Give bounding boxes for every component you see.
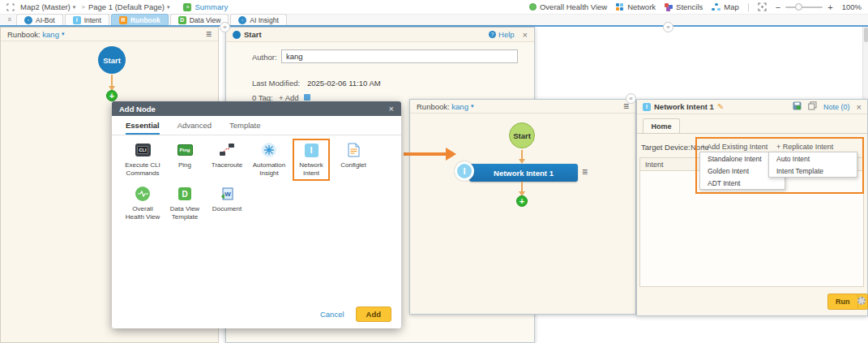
cancel-button[interactable]: Cancel	[320, 310, 344, 319]
run-button[interactable]: Run	[827, 294, 857, 310]
flow-connector	[111, 75, 113, 87]
dialog-tab-advanced[interactable]: Advanced	[177, 121, 212, 135]
page-title[interactable]: Page 1 (Default Page)	[88, 2, 165, 11]
intent-panel-header: I Network Intent 1 ✎ Note (0) ×	[637, 100, 867, 114]
dialog-tab-essential[interactable]: Essential	[126, 121, 160, 135]
tab-home[interactable]: Home	[643, 118, 680, 134]
tab-intent[interactable]: I Intent	[65, 14, 109, 25]
network-pane-button[interactable]: Network	[616, 2, 656, 11]
tile-automation-insight[interactable]: Automation Insight	[248, 139, 290, 181]
cli-icon: CLI	[135, 144, 151, 156]
network-intent-node[interactable]: Network Intent 1	[469, 164, 578, 182]
zoom-slider-knob[interactable]	[795, 3, 802, 11]
summary-link[interactable]: Summary	[195, 2, 228, 11]
start-panel-header: Start ? Help ×	[226, 28, 534, 42]
zoom-level: 100%	[842, 2, 862, 11]
svg-text:W: W	[224, 191, 231, 198]
network-intent-icon: I	[305, 144, 319, 157]
collapse-tabs-icon[interactable]: «	[6, 13, 14, 26]
runbook-menu-icon[interactable]: ≡	[206, 29, 212, 39]
middle-runbook-header: Runbook: kang ▾ ≡	[410, 100, 635, 114]
node-menu-icon[interactable]: ≡	[582, 167, 588, 177]
stencils-icon	[665, 3, 673, 11]
help-link[interactable]: ? Help	[489, 30, 515, 39]
close-intent-panel-icon[interactable]: ×	[857, 102, 862, 112]
highlight-annotation-box	[695, 137, 864, 194]
map-scrollbar[interactable]	[862, 27, 868, 99]
tile-configlet[interactable]: Configlet	[332, 139, 374, 181]
start-node[interactable]: Start	[98, 46, 126, 74]
tab-label: Intent	[84, 16, 101, 24]
zoom-out-button[interactable]: −	[776, 2, 780, 12]
tile-data-view-template[interactable]: D Data View Template	[164, 182, 206, 225]
close-start-panel-icon[interactable]: ×	[523, 30, 528, 40]
add-node-plus-button[interactable]: +	[106, 90, 118, 101]
stencils-pane-button[interactable]: Stencils	[665, 2, 703, 11]
overall-health-view-toggle[interactable]: Overall Health View	[529, 2, 607, 11]
note-link[interactable]: Note (0)	[823, 103, 850, 111]
edit-title-icon[interactable]: ✎	[717, 102, 724, 111]
network-intent-node-icon: I	[455, 161, 474, 181]
tile-label: Document	[212, 205, 242, 213]
tab-runbook[interactable]: R Runbook	[111, 14, 169, 25]
author-input[interactable]	[281, 49, 518, 63]
expand-map-icon[interactable]	[6, 3, 15, 11]
start-panel-title: Start	[244, 30, 262, 39]
stencils-label: Stencils	[676, 2, 703, 11]
map-scrollbar-thumb[interactable]	[864, 28, 868, 42]
ping-icon: Ping	[177, 144, 193, 156]
add-button[interactable]: Add	[356, 307, 391, 322]
map-title-caret-icon[interactable]: ▾	[73, 4, 76, 11]
tile-label: Overall Health View	[122, 205, 163, 221]
toolbar-divider	[748, 3, 749, 11]
author-label: Author:	[252, 53, 277, 62]
map-title[interactable]: Map2 (Master)	[20, 2, 71, 11]
page-title-caret-icon[interactable]: ▾	[167, 4, 170, 11]
tile-execute-cli-commands[interactable]: CLI Execute CLI Commands	[122, 139, 164, 181]
tile-network-intent[interactable]: I Network Intent	[293, 139, 330, 181]
tab-label: Data View	[190, 16, 221, 24]
runbook-name-dropdown[interactable]: kang	[451, 102, 468, 111]
collapse-intent-panel-icon[interactable]: «	[626, 93, 636, 104]
target-device-label: Target Device:	[641, 143, 691, 152]
network-icon	[616, 3, 624, 11]
start-node-icon	[233, 31, 241, 39]
tile-label: Data View Template	[165, 205, 205, 221]
save-icon[interactable]	[793, 101, 802, 112]
tile-traceroute[interactable]: Traceroute	[206, 139, 248, 181]
summary-icon: ≡	[183, 3, 191, 11]
tile-document[interactable]: W Document	[206, 182, 248, 225]
tile-ping[interactable]: Ping Ping	[164, 139, 206, 181]
runbook-caret-icon[interactable]: ▾	[62, 31, 65, 37]
tab-label: AI Insight	[250, 16, 278, 24]
close-dialog-icon[interactable]: ×	[389, 104, 394, 114]
add-node-plus-button[interactable]: +	[516, 195, 528, 207]
settings-gear-icon[interactable]	[857, 297, 866, 305]
start-node[interactable]: Start	[509, 122, 535, 148]
zoom-slider[interactable]	[785, 6, 823, 8]
tile-label: Ping	[178, 161, 191, 169]
dialog-tab-template[interactable]: Template	[229, 121, 261, 135]
tab-label: AI-Bot	[36, 16, 55, 24]
tile-label: Execute CLI Commands	[122, 161, 163, 178]
network-intent-icon: I	[643, 103, 651, 111]
tab-bar: « ◦ AI-Bot I Intent R Runbook D Data Vie…	[0, 15, 868, 27]
collapse-panel-icon[interactable]: «	[220, 22, 230, 32]
collapse-map-icon[interactable]: «	[663, 22, 673, 32]
runbook-name-dropdown[interactable]: kang	[42, 30, 59, 39]
dialog-title: Add Node	[119, 105, 156, 114]
tile-label: Configlet	[340, 161, 366, 169]
fit-to-screen-icon[interactable]	[758, 2, 767, 11]
help-icon: ?	[489, 31, 496, 38]
zoom-in-button[interactable]: +	[827, 2, 832, 12]
tab-divider	[637, 133, 867, 134]
automation-insight-icon	[262, 143, 276, 157]
tab-ai-insight[interactable]: ◦ AI Insight	[230, 14, 286, 25]
runbook-caret-icon[interactable]: ▾	[471, 103, 474, 109]
app-screen: Map2 (Master) ▾ > Page 1 (Default Page) …	[0, 0, 868, 343]
map-pane-button[interactable]: Map	[712, 2, 738, 11]
tab-ai-bot[interactable]: ◦ AI-Bot	[16, 14, 63, 25]
popout-window-icon[interactable]	[808, 101, 817, 112]
tile-overall-health-view[interactable]: Overall Health View	[122, 182, 164, 225]
ai-insight-icon: ◦	[238, 16, 246, 24]
